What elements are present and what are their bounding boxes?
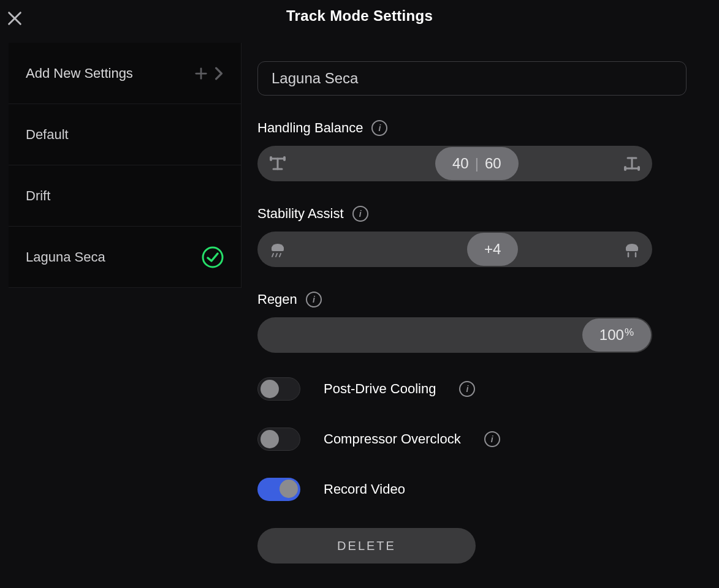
regen-slider[interactable]: 100% <box>257 317 652 353</box>
handling-balance-thumb[interactable]: 40 | 60 <box>435 147 519 180</box>
info-icon[interactable]: i <box>459 381 475 397</box>
plus-icon <box>194 67 208 80</box>
toggle-knob <box>261 380 279 398</box>
car-stable-icon <box>618 232 646 267</box>
compressor-overclock-toggle[interactable] <box>257 428 300 451</box>
sidebar-item-drift[interactable]: Drift <box>9 165 241 227</box>
balance-separator: | <box>475 155 479 172</box>
delete-label: DELETE <box>337 539 396 553</box>
record-video-label: Record Video <box>324 481 405 497</box>
svg-rect-9 <box>283 156 286 161</box>
info-icon[interactable]: i <box>306 292 322 307</box>
post-drive-cooling-label: Post-Drive Cooling <box>324 381 436 397</box>
post-drive-cooling-toggle[interactable] <box>257 377 300 401</box>
regen-thumb[interactable]: 100% <box>582 318 651 352</box>
stability-assist-label: Stability Assist <box>257 206 344 222</box>
sidebar-add-label: Add New Settings <box>26 66 133 81</box>
info-icon[interactable]: i <box>371 120 387 136</box>
record-video-toggle[interactable] <box>257 478 300 501</box>
delete-button[interactable]: DELETE <box>257 528 476 564</box>
toggle-knob <box>261 430 279 448</box>
settings-panel: Handling Balance i 40 | 60 <box>257 43 704 576</box>
info-icon[interactable]: i <box>484 431 500 447</box>
sidebar: Add New Settings Default Drift Laguna Se… <box>9 43 242 288</box>
svg-rect-14 <box>637 166 640 171</box>
balance-front-value: 40 <box>452 155 469 172</box>
compressor-overclock-label: Compressor Overclock <box>324 431 461 447</box>
stability-assist-thumb[interactable]: +4 <box>467 233 518 266</box>
sidebar-item-label: Default <box>26 127 69 143</box>
sidebar-add-new[interactable]: Add New Settings <box>9 43 241 104</box>
car-skid-icon <box>264 232 292 267</box>
regen-unit: % <box>625 326 634 338</box>
chevron-right-icon <box>214 67 224 80</box>
handling-balance-slider[interactable]: 40 | 60 <box>257 146 652 181</box>
handling-balance-label: Handling Balance <box>257 120 363 136</box>
stability-value: +4 <box>484 241 501 258</box>
axle-front-icon <box>264 146 292 181</box>
stability-assist-slider[interactable]: +4 <box>257 232 652 267</box>
svg-point-4 <box>203 247 223 267</box>
sidebar-item-label: Drift <box>26 188 50 204</box>
sidebar-item-label: Laguna Seca <box>26 249 105 265</box>
sidebar-item-default[interactable]: Default <box>9 104 241 165</box>
sidebar-item-laguna-seca[interactable]: Laguna Seca <box>9 227 241 288</box>
balance-rear-value: 60 <box>485 155 501 172</box>
regen-label: Regen <box>257 292 297 307</box>
regen-value: 100 <box>599 326 624 343</box>
check-circle-icon <box>202 246 224 268</box>
toggle-knob <box>280 480 298 498</box>
page-title: Track Mode Settings <box>0 7 719 24</box>
info-icon[interactable]: i <box>352 206 368 222</box>
axle-rear-icon <box>618 146 646 181</box>
svg-rect-13 <box>624 166 626 171</box>
svg-rect-8 <box>270 156 272 161</box>
profile-name-input[interactable] <box>257 61 687 96</box>
